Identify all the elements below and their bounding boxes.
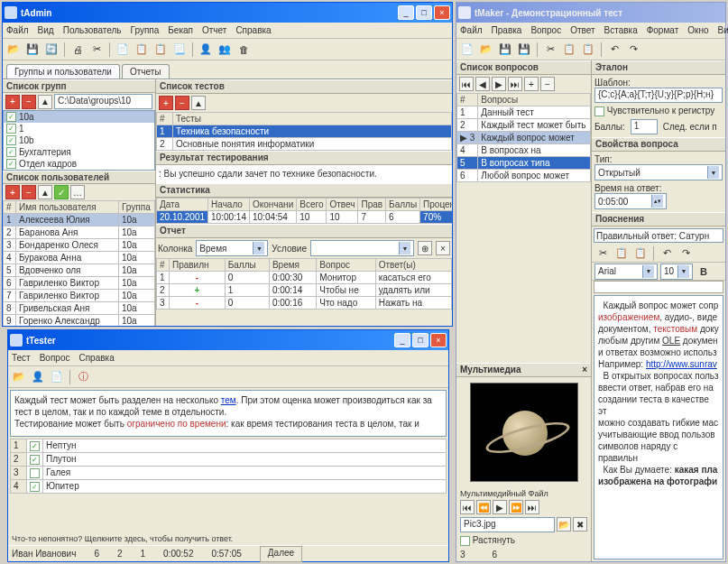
add-icon[interactable]: + xyxy=(524,77,539,91)
report-grid[interactable]: #ПравилнБаллыВремяВопросОтвет(ы) 1-00:00… xyxy=(156,258,452,310)
tb-new-icon[interactable]: 📄 xyxy=(115,42,131,58)
answer-text[interactable]: Юпитер xyxy=(43,480,447,494)
col[interactable]: Ответ(ы) xyxy=(375,259,451,272)
stats-grid[interactable]: ДатаНачалоОкончаниВсегоОтвечПравБаллыПро… xyxy=(156,198,452,224)
answer-text[interactable]: Плутон xyxy=(43,453,447,467)
tb-user-icon[interactable]: 👤 xyxy=(30,369,46,385)
tb-paste-icon[interactable]: 📋 xyxy=(580,42,596,58)
uslovie-combo[interactable]: ▼ xyxy=(310,240,414,256)
del-icon[interactable]: − xyxy=(540,77,555,91)
col[interactable]: Прав xyxy=(358,199,386,211)
browse-icon[interactable]: 📂 xyxy=(557,517,571,532)
col[interactable]: Окончани xyxy=(250,199,297,211)
filter-icon[interactable]: ⊕ xyxy=(418,241,432,255)
bold-icon[interactable]: B xyxy=(696,264,712,280)
undo-icon[interactable]: ↶ xyxy=(659,245,675,262)
menu-view[interactable]: Вид xyxy=(717,25,728,35)
tb-undo-icon[interactable]: ↶ xyxy=(606,42,622,58)
col[interactable]: Баллы xyxy=(386,199,420,211)
col[interactable]: Всего xyxy=(297,199,327,211)
maximize-button[interactable]: □ xyxy=(416,5,432,20)
next-button[interactable]: Далее xyxy=(260,546,302,562)
check-icon[interactable]: ✓ xyxy=(6,159,16,169)
list-item[interactable]: Бухгалтерия xyxy=(19,147,71,157)
chevron-down-icon[interactable]: ▼ xyxy=(677,265,689,278)
tb-del-icon[interactable]: 🗑 xyxy=(235,42,252,58)
checkbox[interactable]: ✓ xyxy=(30,455,40,465)
menu-help[interactable]: Справка xyxy=(78,353,114,363)
next-icon[interactable]: ▶ xyxy=(492,77,506,91)
more-icon[interactable]: … xyxy=(70,185,85,199)
add-icon[interactable]: + xyxy=(159,96,173,110)
ok-icon[interactable]: ✓ xyxy=(54,185,69,199)
menu-window[interactable]: Окно xyxy=(687,25,708,35)
tb-user-icon[interactable]: 👤 xyxy=(198,42,214,58)
menu-backup[interactable]: Бекап xyxy=(168,25,193,35)
col[interactable]: Баллы xyxy=(225,259,269,272)
tb-open-icon[interactable]: 📂 xyxy=(5,42,22,58)
users-grid[interactable]: #Имя пользователяГруппа 1Алексеева Юлия1… xyxy=(3,200,155,326)
ttester-titlebar[interactable]: tTester _ □ × xyxy=(8,330,448,350)
redo-icon[interactable]: ↷ xyxy=(677,245,694,262)
up-icon[interactable]: ▲ xyxy=(38,185,52,199)
file-input[interactable]: Pic3.jpg xyxy=(460,517,555,532)
menu-report[interactable]: Отчет xyxy=(202,25,226,35)
col[interactable]: Время xyxy=(269,259,316,272)
size-combo[interactable]: 10▼ xyxy=(660,264,693,280)
tab-groups[interactable]: Группы и пользователи xyxy=(6,64,120,79)
last-icon[interactable]: ⏭ xyxy=(525,500,539,514)
chevron-down-icon[interactable]: ▼ xyxy=(707,166,719,179)
list-item[interactable]: Отдел кадров xyxy=(19,159,77,169)
checkbox[interactable]: ✓ xyxy=(30,441,40,451)
col[interactable]: # xyxy=(4,201,16,214)
rewind-icon[interactable]: ⏪ xyxy=(476,500,491,514)
tmaker-titlebar[interactable]: tMaker - Демонстрационный тест xyxy=(456,3,725,23)
remove-icon[interactable]: − xyxy=(175,96,189,110)
answer-text[interactable]: Галея xyxy=(43,467,447,480)
tb-cut-icon[interactable]: ✂ xyxy=(88,42,105,58)
close-button[interactable]: × xyxy=(430,333,447,347)
questions-grid[interactable]: #Вопросы 1Данный тест 2Каждый тест может… xyxy=(456,93,591,182)
tb-paste-icon[interactable]: 📋 xyxy=(152,42,169,58)
play-icon[interactable]: ▶ xyxy=(493,500,507,514)
tab-reports[interactable]: Отчеты xyxy=(122,64,170,79)
menu-user[interactable]: Пользователь xyxy=(63,25,122,35)
checkbox[interactable]: ✓ xyxy=(594,106,604,116)
hint-text[interactable]: Что-то непонятно? Щелкните здесь, чтобы … xyxy=(8,532,448,545)
checkbox[interactable]: ✓ xyxy=(30,468,40,478)
type-combo[interactable]: Открытый▼ xyxy=(594,164,723,180)
menu-file[interactable]: Файл xyxy=(6,25,29,35)
col[interactable]: # xyxy=(157,259,170,272)
edit-icon[interactable]: ▲ xyxy=(191,96,206,110)
kolonka-combo[interactable]: Время▼ xyxy=(196,240,268,256)
col[interactable]: Вопрос xyxy=(317,259,375,272)
maximize-button[interactable]: □ xyxy=(412,333,429,347)
add-icon[interactable]: + xyxy=(5,185,20,199)
menu-test[interactable]: Тест xyxy=(12,353,31,363)
clear-icon[interactable]: ✖ xyxy=(573,517,587,532)
check-icon[interactable]: ✓ xyxy=(6,124,16,134)
time-input[interactable]: 0:05:00▴▾ xyxy=(594,193,667,209)
checkbox[interactable]: ✓ xyxy=(30,482,40,492)
spinner-icon[interactable]: ▴▾ xyxy=(651,195,663,208)
menu-question[interactable]: Вопрос xyxy=(40,353,70,363)
add-icon[interactable]: + xyxy=(5,95,20,109)
list-item[interactable]: 10а xyxy=(19,112,34,122)
tb-doc-icon[interactable]: 📄 xyxy=(49,369,65,385)
close-icon[interactable]: × xyxy=(582,365,587,375)
close-icon[interactable]: × xyxy=(436,241,450,255)
tb-save-icon[interactable]: 💾 xyxy=(24,42,41,58)
col[interactable]: Тесты xyxy=(173,113,452,125)
tb-open-icon[interactable]: 📂 xyxy=(478,42,494,58)
tadmin-titlebar[interactable]: tAdmin _ □ × xyxy=(3,3,452,23)
col[interactable]: # xyxy=(457,94,478,106)
tb-redo-icon[interactable]: ↷ xyxy=(625,42,641,58)
menu-format[interactable]: Формат xyxy=(647,25,679,35)
poyasn-text[interactable]: Правильный ответ: Сатурн xyxy=(594,228,723,243)
list-item[interactable]: 1 xyxy=(19,124,24,134)
col[interactable]: Группа xyxy=(119,201,155,214)
close-button[interactable]: × xyxy=(434,5,450,20)
col[interactable]: # xyxy=(157,113,173,125)
menu-view[interactable]: Вид xyxy=(38,25,54,35)
minimize-button[interactable]: _ xyxy=(398,5,414,20)
